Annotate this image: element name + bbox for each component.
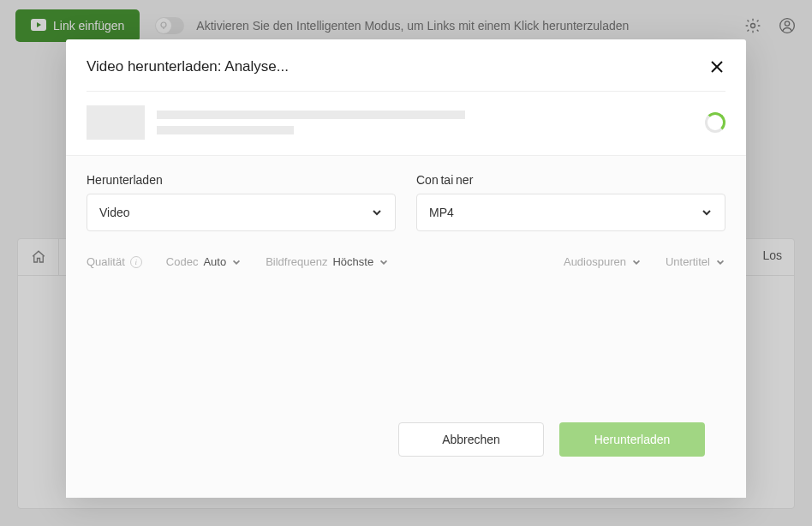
container-select[interactable]: MP4 bbox=[416, 194, 725, 231]
subtitles-option[interactable]: Untertitel bbox=[666, 255, 725, 268]
text-skeleton bbox=[157, 111, 693, 134]
modal-title: Video herunterladen: Analyse... bbox=[87, 58, 289, 75]
codec-value: Auto bbox=[203, 255, 226, 268]
chevron-down-icon bbox=[379, 257, 389, 267]
chevron-down-icon bbox=[631, 257, 642, 267]
modal-header: Video herunterladen: Analyse... bbox=[66, 39, 746, 91]
container-label: Con tai ner bbox=[416, 173, 725, 187]
cancel-label: Abbrechen bbox=[442, 433, 500, 446]
skeleton-line bbox=[157, 126, 294, 134]
close-icon bbox=[711, 61, 723, 73]
audio-tracks-label: Audiospuren bbox=[564, 255, 626, 268]
quality-option[interactable]: Qualität i bbox=[87, 255, 142, 268]
framerate-value: Höchste bbox=[332, 255, 373, 268]
quality-label: Qualität bbox=[87, 255, 125, 268]
video-info-loading bbox=[66, 92, 746, 155]
loading-spinner-icon bbox=[705, 112, 725, 133]
download-type-label: Herunterladen bbox=[87, 173, 396, 187]
download-type-select[interactable]: Video bbox=[87, 194, 396, 231]
skeleton-line bbox=[157, 111, 465, 119]
download-label: Herunterladen bbox=[594, 433, 671, 446]
audio-tracks-option[interactable]: Audiospuren bbox=[564, 255, 642, 268]
subtitles-label: Untertitel bbox=[666, 255, 710, 268]
cancel-button[interactable]: Abbrechen bbox=[398, 422, 544, 457]
thumbnail-skeleton bbox=[87, 105, 145, 140]
modal-footer: Abbrechen Herunterladen bbox=[87, 422, 725, 477]
framerate-label: Bildfrequenz bbox=[266, 255, 327, 268]
chevron-down-icon bbox=[701, 206, 713, 218]
info-icon: i bbox=[130, 256, 142, 268]
chevron-down-icon bbox=[715, 257, 725, 267]
download-modal: Video herunterladen: Analyse... Herunter… bbox=[66, 39, 746, 498]
codec-option[interactable]: Codec Auto bbox=[166, 255, 242, 268]
modal-overlay: Video herunterladen: Analyse... Herunter… bbox=[0, 0, 812, 526]
options-panel: Herunterladen Video Con tai ner MP4 bbox=[66, 155, 746, 498]
codec-label: Codec bbox=[166, 255, 199, 268]
container-value: MP4 bbox=[429, 206, 454, 219]
download-button[interactable]: Herunterladen bbox=[559, 422, 705, 457]
chevron-down-icon bbox=[371, 206, 383, 218]
close-button[interactable] bbox=[708, 58, 725, 75]
chevron-down-icon bbox=[231, 257, 242, 267]
download-type-value: Video bbox=[99, 206, 130, 219]
framerate-option[interactable]: Bildfrequenz Höchste bbox=[266, 255, 389, 268]
